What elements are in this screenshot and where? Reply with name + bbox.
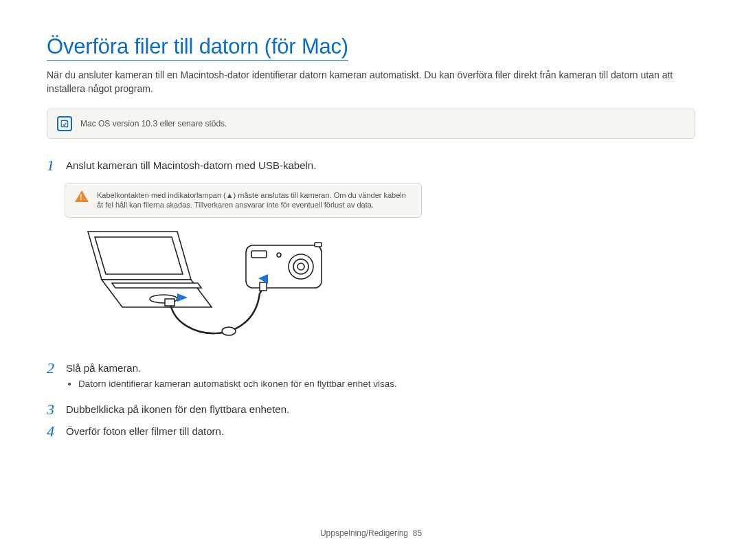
step-2-bullets: Datorn identifierar kameran automatiskt … — [78, 378, 695, 391]
step-3-text: Dubbelklicka på ikonen för den flyttbara… — [66, 402, 695, 416]
step-number: 3 — [47, 402, 58, 417]
note-box: Mac OS version 10.3 eller senare stöds. — [47, 109, 695, 139]
svg-marker-1 — [95, 237, 183, 274]
step-1: 1 Anslut kameran till Macintosh-datorn m… — [47, 158, 695, 173]
note-icon — [57, 116, 72, 131]
svg-rect-13 — [260, 282, 267, 291]
svg-marker-3 — [112, 283, 201, 288]
svg-rect-9 — [251, 251, 267, 258]
footer-page-number: 85 — [413, 528, 422, 538]
svg-point-10 — [277, 253, 281, 257]
step-number: 2 — [47, 361, 58, 395]
page-footer: Uppspelning/Redigering 85 — [0, 528, 742, 538]
warning-text: Kabelkontakten med indikatorlampan (▲) m… — [97, 190, 412, 211]
step-2-bullet-1: Datorn identifierar kameran automatiskt … — [78, 378, 695, 391]
warning-box: Kabelkontakten med indikatorlampan (▲) m… — [65, 183, 422, 219]
step-2: 2 Slå på kameran. Datorn identifierar ka… — [47, 361, 695, 395]
intro-paragraph: När du ansluter kameran till en Macintos… — [47, 68, 695, 96]
step-number: 4 — [47, 424, 58, 439]
svg-rect-12 — [165, 299, 175, 306]
step-4-text: Överför foton eller filmer till datorn. — [66, 424, 695, 438]
footer-section: Uppspelning/Redigering — [320, 528, 408, 538]
note-text: Mac OS version 10.3 eller senare stöds. — [80, 119, 227, 128]
step-4: 4 Överför foton eller filmer till datorn… — [47, 424, 695, 439]
page-title: Överföra filer till datorn (för Mac) — [47, 34, 348, 61]
connection-illustration — [74, 225, 695, 351]
svg-rect-11 — [315, 243, 322, 247]
warning-icon — [75, 190, 89, 211]
step-3: 3 Dubbelklicka på ikonen för den flyttba… — [47, 402, 695, 417]
step-2-text: Slå på kameran. — [66, 361, 695, 375]
svg-point-8 — [297, 263, 304, 270]
step-1-text: Anslut kameran till Macintosh-datorn med… — [66, 158, 695, 172]
svg-point-14 — [222, 327, 236, 335]
step-number: 1 — [47, 158, 58, 173]
